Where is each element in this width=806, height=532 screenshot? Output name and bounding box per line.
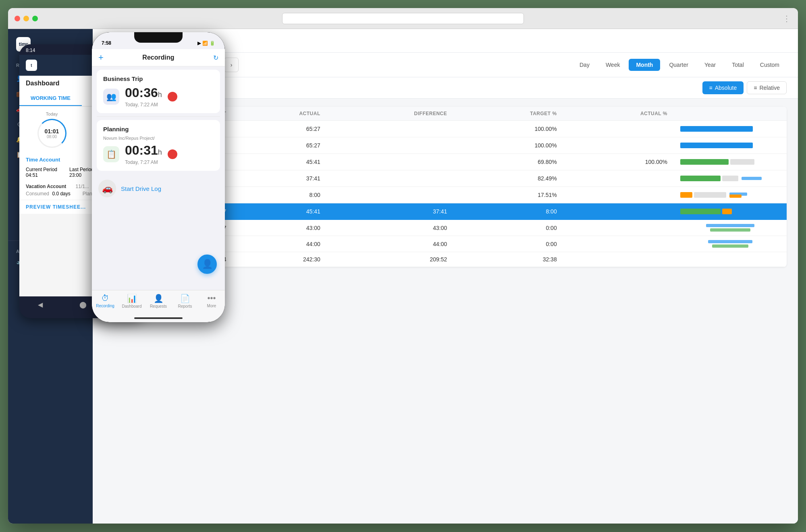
android-last-val: 23:00: [69, 172, 94, 178]
tab-year[interactable]: Year: [697, 59, 723, 71]
row-bar-h: [674, 203, 787, 220]
android-tab-working[interactable]: WORKING TIME: [19, 91, 82, 106]
android-tab-working-label: WORKING TIME: [31, 95, 71, 101]
iphone-entry2-row: 📋 00:31h Today, 7:27 AM: [103, 143, 214, 165]
dashboard-nav-icon: 📊: [118, 294, 145, 303]
iphone-entry2-subtitle: Novum Inc/Repus Project/: [103, 136, 214, 141]
iphone-entry1-row: 👥 00:36h Today, 7:22 AM: [103, 85, 214, 108]
titlebar: ⋮: [8, 8, 798, 29]
row-target-pct-4: 82.49%: [453, 170, 563, 187]
row-diff-1: [327, 121, 454, 137]
iphone-nav-requests[interactable]: 👤 Requests: [145, 294, 172, 308]
iphone-refresh-button[interactable]: ↻: [213, 54, 218, 62]
iphone-record1-button[interactable]: [168, 92, 177, 101]
minimize-button[interactable]: [23, 16, 29, 21]
mac-window: ⋮ timr RECORDING 👤 Working Time 2:06 💼 P…: [8, 8, 798, 524]
wifi-icon: 📶: [202, 41, 208, 46]
row-bar-7: [674, 236, 787, 252]
row-target-pct-7: 0:00: [453, 236, 563, 252]
maximize-button[interactable]: [32, 16, 38, 21]
iphone-entry2-title: Planning: [103, 126, 214, 132]
tab-custom[interactable]: Custom: [753, 59, 787, 71]
iphone-nav-requests-label: Requests: [150, 304, 167, 308]
tab-week[interactable]: Week: [598, 59, 627, 71]
iphone-nav-more[interactable]: ••• More: [198, 294, 225, 308]
battery-icon: 🔋: [210, 41, 215, 46]
menu-dots[interactable]: ⋮: [783, 14, 791, 23]
iphone-nav-recording-label: Recording: [96, 304, 114, 308]
iphone-fab-button[interactable]: 👤: [197, 255, 217, 274]
iphone-home-bar: [134, 317, 183, 319]
row-actual-pct-7: [563, 236, 674, 252]
iphone-drive-row: 🚗 Start Drive Log: [92, 174, 225, 203]
android-today-col: Today 01:01 08:00: [26, 112, 78, 148]
col-chart: [674, 107, 787, 121]
android-today-circle: 01:01 08:00: [37, 119, 66, 148]
iphone-status-right: ▶ 📶 🔋: [197, 41, 215, 46]
iphone-entry-planning: Planning Novum Inc/Repus Project/ 📋 00:3…: [97, 120, 220, 171]
android-vac-title: Vacation Account: [26, 184, 66, 189]
iphone-nav-recording[interactable]: ⏱ Recording: [92, 294, 118, 308]
row-bar-6: [674, 220, 787, 236]
iphone-business-trip-icon: 👥: [103, 89, 119, 105]
iphone-divider: [97, 116, 220, 117]
close-button[interactable]: [15, 16, 20, 21]
iphone-entry1-title: Business Trip: [103, 75, 214, 82]
android-current-val: 04:51: [26, 172, 57, 178]
row-bar-total: [674, 252, 787, 267]
row-target-pct-total: 32:38: [453, 252, 563, 267]
iphone-entry2-time: 00:31h: [125, 143, 162, 157]
device-overlay: 8:14 ⚙ 📶 🔋 t Dashboard WORKING TIME: [19, 32, 277, 346]
reports-nav-icon: 📄: [172, 294, 198, 303]
row-actual-pct-3: 100.00%: [563, 154, 674, 170]
iphone-entry-business-trip: Business Trip 👥 00:36h Today, 7:22 AM: [97, 70, 220, 113]
android-today-label: Today: [26, 112, 78, 116]
iphone-nav-dashboard[interactable]: 📊 Dashboard: [118, 294, 145, 308]
iphone-drive-label[interactable]: Start Drive Log: [121, 185, 161, 192]
recording-nav-icon: ⏱: [92, 294, 118, 303]
view-relative-button[interactable]: ≡ Relative: [747, 81, 787, 94]
view-toggle: ≡ Absolute ≡ Relative: [702, 81, 787, 94]
row-diff-4: [327, 170, 454, 187]
more-nav-icon: •••: [198, 294, 225, 303]
relative-label: Relative: [759, 85, 780, 91]
tab-total[interactable]: Total: [725, 59, 751, 71]
android-consumed-val: 0.0 days: [52, 191, 70, 197]
row-target-pct-6: 0:00: [453, 220, 563, 236]
android-back-btn[interactable]: ◀: [38, 301, 43, 308]
url-bar[interactable]: [282, 13, 524, 24]
view-absolute-button[interactable]: ≡ Absolute: [702, 81, 744, 94]
row-bar-2: [674, 137, 787, 154]
tab-quarter[interactable]: Quarter: [662, 59, 695, 71]
android-current-label: Current Period: [26, 167, 57, 172]
iphone-nav-reports[interactable]: 📄 Reports: [172, 294, 198, 308]
iphone-entry2-sub: Today, 7:27 AM: [125, 159, 162, 165]
iphone: 7:58 ▶ 📶 🔋 + Recording ↻ Business Trip: [92, 32, 225, 322]
col-actual-pct: Actual %: [563, 107, 674, 121]
android-current-period-label: Current Period 04:51: [26, 167, 57, 178]
iphone-add-button[interactable]: +: [98, 52, 104, 63]
row-target-pct-1: 100.00%: [453, 121, 563, 137]
android-dashboard-title: Dashboard: [26, 80, 60, 87]
row-diff-6: 43:00: [327, 220, 454, 236]
tab-month[interactable]: Month: [629, 59, 660, 71]
row-bar-1: [674, 121, 787, 137]
iphone-nav-dashboard-label: Dashboard: [122, 304, 142, 308]
iphone-screen: 7:58 ▶ 📶 🔋 + Recording ↻ Business Trip: [92, 32, 225, 322]
iphone-record2-button[interactable]: [168, 149, 177, 159]
relative-icon: ≡: [754, 85, 757, 91]
row-actual-pct-4: [563, 170, 674, 187]
android-home-btn[interactable]: ⬤: [79, 301, 87, 308]
iphone-fab-icon: 👤: [202, 259, 213, 269]
row-actual-pct-2: [563, 137, 674, 154]
iphone-entry1-time: 00:36h: [125, 85, 162, 100]
android-consumed-label: Consumed: [26, 191, 49, 197]
iphone-entry2-time-val: 00:31: [125, 143, 158, 157]
iphone-entry1-time-val: 00:36: [125, 85, 158, 100]
window-controls: [15, 16, 38, 21]
iphone-nav-reports-label: Reports: [178, 304, 192, 308]
row-actual-pct-h: [563, 203, 674, 220]
row-diff-5: [327, 187, 454, 203]
tab-day[interactable]: Day: [572, 59, 597, 71]
android-consumed: Consumed 0.0 days: [26, 191, 71, 197]
